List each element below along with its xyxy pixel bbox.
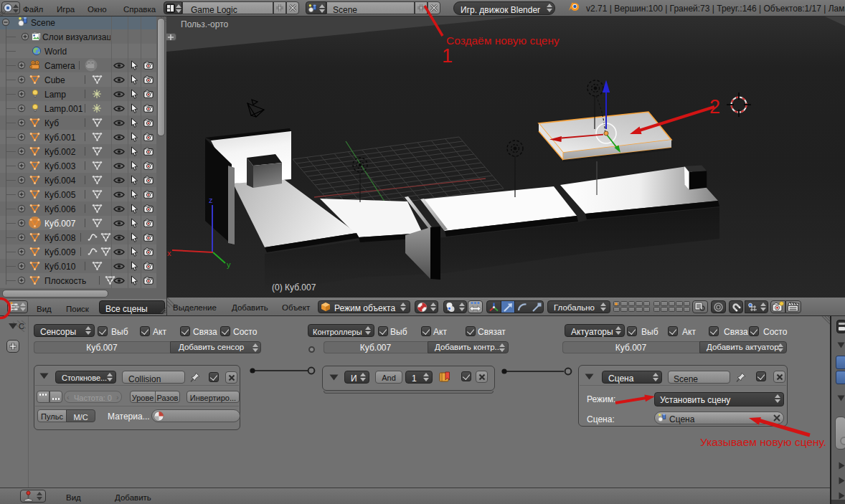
svg-text:x: x	[167, 249, 171, 257]
svg-text:Польз.-орто: Польз.-орто	[181, 19, 229, 29]
svg-text:(0) Куб.007: (0) Куб.007	[272, 282, 316, 293]
svg-text:z: z	[209, 196, 213, 204]
svg-text:y: y	[227, 260, 231, 269]
